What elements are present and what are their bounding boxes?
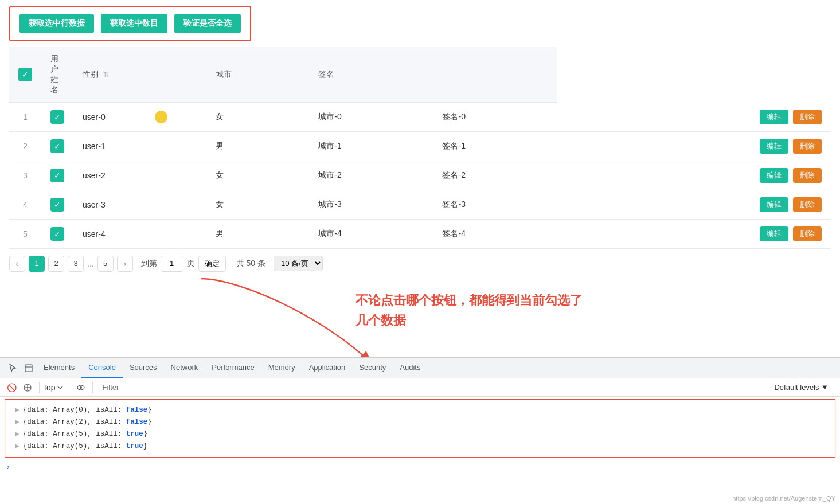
toolbar-divider-3: [92, 382, 93, 393]
row-actions: 编辑 删除: [557, 131, 831, 161]
header-gender[interactable]: 性别 ⇅: [73, 47, 206, 103]
row-gender: 男: [206, 131, 309, 161]
select-all-checkbox[interactable]: ✓: [18, 68, 32, 81]
expand-icon-1[interactable]: ▶: [15, 406, 19, 413]
row-username: user-4: [73, 219, 206, 248]
row-sign: 签名-0: [433, 103, 557, 132]
delete-button[interactable]: 删除: [793, 110, 822, 124]
goto-confirm-button[interactable]: 确定: [198, 256, 226, 272]
expand-icon-4[interactable]: ▶: [15, 442, 19, 450]
page-size-select[interactable]: 10 条/页 20 条/页 50 条/页: [274, 256, 323, 271]
get-selected-count-button[interactable]: 获取选中数目: [101, 14, 167, 33]
tab-elements[interactable]: Elements: [37, 358, 81, 378]
tab-security[interactable]: Security: [352, 358, 393, 378]
svg-rect-1: [25, 365, 32, 372]
tab-console[interactable]: Console: [81, 358, 123, 378]
toolbar-divider-1: [39, 382, 40, 393]
next-page-button[interactable]: ›: [117, 256, 133, 272]
row-checkbox-cell: ✓: [41, 219, 73, 248]
context-selector[interactable]: top: [44, 383, 64, 392]
delete-button[interactable]: 删除: [793, 226, 822, 241]
devtools-cursor-icon[interactable]: [5, 360, 21, 376]
devtools-tab-bar: Elements Console Sources Network Perform…: [0, 358, 840, 378]
row-checkbox[interactable]: ✓: [50, 169, 64, 182]
header-actions: [433, 47, 557, 103]
console-text-4: {data: Array(5), isAll: true}: [23, 442, 148, 450]
row-sign: 签名-3: [433, 190, 557, 219]
pagination: ‹ 1 2 3 ... 5 › 到第 页 确定 共 50 条 10 条/页 20…: [0, 249, 840, 279]
row-username: user-3: [73, 190, 206, 219]
delete-button[interactable]: 删除: [793, 139, 822, 154]
row-sign: 签名-4: [433, 219, 557, 248]
tab-network[interactable]: Network: [164, 358, 205, 378]
verify-all-selected-button[interactable]: 验证是否全选: [174, 14, 241, 33]
svg-point-7: [80, 386, 82, 389]
devtools-panel: Elements Console Sources Network Perform…: [0, 357, 840, 504]
row-actions: 编辑 删除: [557, 190, 831, 219]
header-city: 城市: [206, 47, 309, 103]
page-dots: ...: [87, 259, 94, 268]
filter-input[interactable]: [97, 383, 772, 392]
edit-button[interactable]: 编辑: [760, 139, 788, 154]
row-number: 3: [9, 161, 41, 190]
row-actions: 编辑 删除: [557, 219, 831, 248]
row-gender: 男: [206, 219, 309, 248]
sort-icon: ⇅: [103, 71, 109, 79]
delete-button[interactable]: 删除: [793, 197, 822, 212]
tab-memory[interactable]: Memory: [261, 358, 302, 378]
console-line-2[interactable]: ▶ {data: Array(2), isAll: false}: [15, 416, 825, 428]
row-actions: 编辑 删除: [557, 103, 831, 132]
edit-button[interactable]: 编辑: [760, 110, 788, 124]
tab-sources[interactable]: Sources: [123, 358, 164, 378]
levels-button[interactable]: Default levels ▼: [774, 383, 829, 392]
page-3-button[interactable]: 3: [68, 256, 84, 272]
row-gender: 女: [206, 190, 309, 219]
row-sign: 签名-1: [433, 131, 557, 161]
console-line-3[interactable]: ▶ {data: Array(5), isAll: true}: [15, 428, 825, 440]
console-text-1: {data: Array(0), isAll: false}: [23, 406, 152, 414]
console-prompt[interactable]: ›: [0, 460, 840, 474]
table-row: 4 ✓ user-3 女 城市-3 签名-3 编辑 删除: [9, 190, 831, 219]
devtools-console: ▶ {data: Array(0), isAll: false} ▶ {data…: [9, 401, 831, 456]
row-checkbox[interactable]: ✓: [50, 110, 64, 124]
row-checkbox[interactable]: ✓: [50, 139, 64, 153]
console-line-4[interactable]: ▶ {data: Array(5), isAll: true}: [15, 440, 825, 452]
goto-input[interactable]: [161, 256, 183, 272]
expand-icon-2[interactable]: ▶: [15, 418, 19, 425]
annotation-text: 不论点击哪个按钮，都能得到当前勾选了 几个数据: [355, 290, 583, 330]
page-1-button[interactable]: 1: [29, 256, 45, 272]
url-bar: https://blog.csdn.net/Augenstern_QY: [732, 495, 835, 502]
devtools-box-icon[interactable]: [21, 360, 37, 376]
edit-button[interactable]: 编辑: [760, 197, 788, 212]
header-checkbox-cell: ✓: [9, 47, 41, 103]
row-username: user-2: [73, 161, 206, 190]
edit-button[interactable]: 编辑: [760, 226, 788, 241]
cursor-indicator: [155, 111, 167, 123]
devtools-toolbar: 🚫 top Default levels ▼: [0, 378, 840, 397]
page-2-button[interactable]: 2: [48, 256, 64, 272]
edit-button[interactable]: 编辑: [760, 168, 788, 183]
header-username: 用户姓名: [41, 47, 73, 103]
eye-icon[interactable]: [74, 381, 88, 394]
data-table: ✓ 用户姓名 性别 ⇅ 城市 签名 1 ✓ user-0 女 城市-0 签名-0: [9, 47, 831, 249]
console-line-1[interactable]: ▶ {data: Array(0), isAll: false}: [15, 404, 825, 416]
tab-application[interactable]: Application: [302, 358, 353, 378]
delete-button[interactable]: 删除: [793, 168, 822, 183]
row-checkbox-cell: ✓: [41, 161, 73, 190]
row-checkbox[interactable]: ✓: [50, 198, 64, 212]
filter-toggle-icon[interactable]: [21, 381, 34, 394]
page-5-button[interactable]: 5: [97, 256, 114, 272]
top-label: top: [44, 383, 55, 392]
console-output-box: ▶ {data: Array(0), isAll: false} ▶ {data…: [5, 399, 835, 458]
row-number: 1: [9, 103, 41, 132]
clear-console-icon[interactable]: 🚫: [5, 381, 18, 394]
expand-icon-3[interactable]: ▶: [15, 430, 19, 437]
tab-performance[interactable]: Performance: [205, 358, 261, 378]
row-number: 2: [9, 131, 41, 161]
table-row: 5 ✓ user-4 男 城市-4 签名-4 编辑 删除: [9, 219, 831, 248]
row-checkbox[interactable]: ✓: [50, 227, 64, 241]
row-username: user-1: [73, 131, 206, 161]
get-selected-rows-button[interactable]: 获取选中行数据: [19, 14, 94, 33]
tab-audits[interactable]: Audits: [393, 358, 427, 378]
prev-page-button[interactable]: ‹: [9, 256, 25, 272]
